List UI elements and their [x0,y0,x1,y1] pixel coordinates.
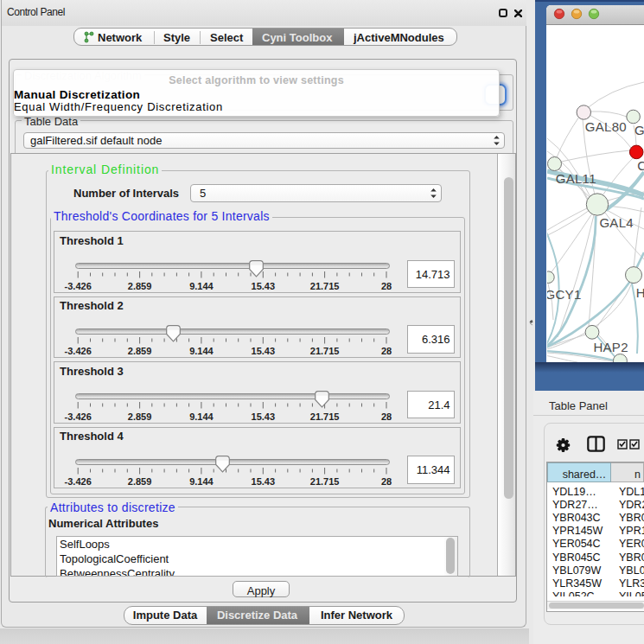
svg-text:H: H [636,285,644,300]
svg-text:HAP2: HAP2 [593,340,628,354]
svg-text:C: C [637,158,644,173]
svg-text:GAL4: GAL4 [599,215,634,230]
svg-text:GA: GA [634,123,644,137]
svg-text:GAL80: GAL80 [585,119,627,134]
svg-text:GCY1: GCY1 [547,287,582,302]
svg-text:GAL11: GAL11 [556,171,596,186]
